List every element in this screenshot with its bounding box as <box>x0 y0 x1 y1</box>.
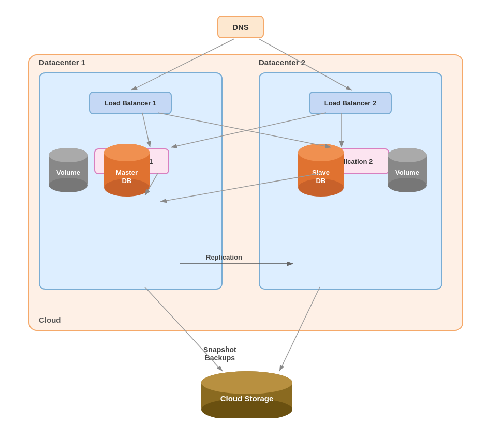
svg-text:Cloud Storage: Cloud Storage <box>220 394 274 403</box>
load-balancer-1-label: Load Balancer 1 <box>105 99 156 107</box>
diagram-container: Load Balancer 1 Application 1 Load Balan… <box>0 0 504 423</box>
load-balancer-2-label: Load Balancer 2 <box>324 99 376 107</box>
svg-point-20 <box>388 148 427 162</box>
replication-label: Replication <box>206 253 242 261</box>
svg-point-19 <box>388 178 427 192</box>
cloud-storage: Cloud Storage <box>198 371 296 420</box>
datacenter-1-label: Datacenter 1 <box>39 58 85 67</box>
svg-point-25 <box>201 371 292 394</box>
cloud-label: Cloud <box>39 315 61 324</box>
svg-text:DB: DB <box>122 177 132 185</box>
volume-left: Volume <box>47 144 91 195</box>
svg-text:Volume: Volume <box>395 169 419 176</box>
svg-text:DB: DB <box>316 177 326 185</box>
volume-right: Volume <box>386 144 429 195</box>
svg-text:Master: Master <box>116 169 138 176</box>
snapshot-backups-label: SnapshotBackups <box>203 345 236 362</box>
svg-point-8 <box>104 144 150 161</box>
svg-text:Slave: Slave <box>312 169 330 176</box>
svg-point-14 <box>298 144 344 161</box>
master-db: Master DB <box>101 140 153 199</box>
dns-box: DNS <box>217 16 264 38</box>
datacenter-2-label: Datacenter 2 <box>259 58 305 67</box>
load-balancer-1-box: Load Balancer 1 <box>89 92 172 114</box>
load-balancer-2-box: Load Balancer 2 <box>309 92 392 114</box>
svg-point-2 <box>49 178 88 192</box>
svg-point-3 <box>49 148 88 162</box>
slave-db: Slave DB <box>295 140 347 199</box>
svg-text:Volume: Volume <box>56 169 80 176</box>
dns-label: DNS <box>232 23 249 32</box>
